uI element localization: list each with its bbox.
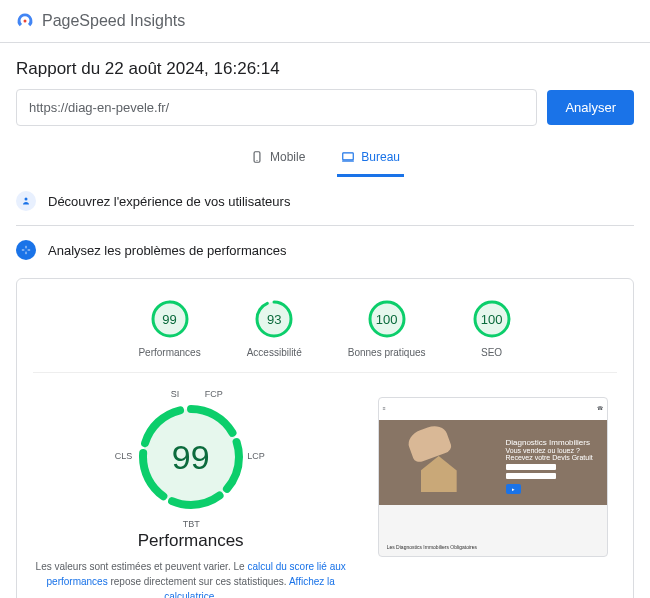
ss-hero-sub2: Recevez votre Devis Gratuit	[506, 454, 593, 461]
perf-right: ≡☎ Diagnostics Immobiliers Vous vendez o…	[368, 387, 617, 598]
perf-title: Performances	[138, 531, 244, 551]
perf-left: 99 SI FCP LCP TBT CLS Performances Les v…	[33, 387, 348, 598]
psi-logo-icon	[16, 12, 34, 30]
section-analyze: Analysez les problèmes de performances	[0, 226, 650, 274]
ss-bottom-text: Les Diagnostics Immobiliers Obligatoires	[387, 544, 477, 550]
section-analyze-title: Analysez les problèmes de performances	[48, 243, 286, 258]
gauge-seo[interactable]: 100 SEO	[472, 299, 512, 358]
tab-mobile[interactable]: Mobile	[246, 142, 309, 177]
perf-detail-row: 99 SI FCP LCP TBT CLS Performances Les v…	[33, 372, 617, 598]
gauge-bonnes-pratiques[interactable]: 100 Bonnes pratiques	[348, 299, 426, 358]
performance-card: 99 Performances 93 Accessibilité 100 Bon…	[16, 278, 634, 598]
gauges-row: 99 Performances 93 Accessibilité 100 Bon…	[33, 295, 617, 372]
svg-point-2	[256, 160, 257, 161]
metric-fcp: FCP	[205, 389, 223, 399]
gauge-circle: 100	[472, 299, 512, 339]
gauge-accessibilite[interactable]: 93 Accessibilité	[247, 299, 302, 358]
url-input[interactable]	[16, 89, 537, 126]
big-gauge: 99 SI FCP LCP TBT CLS	[121, 387, 261, 527]
app-header: PageSpeed Insights	[0, 0, 650, 43]
gauge-circle: 99	[150, 299, 190, 339]
ss-hero-title: Diagnostics Immobiliers	[506, 438, 593, 447]
section-discover-title: Découvrez l'expérience de vos utilisateu…	[48, 194, 290, 209]
tab-desktop[interactable]: Bureau	[337, 142, 404, 177]
ss-header: ≡☎	[383, 400, 603, 416]
analyze-button[interactable]: Analyser	[547, 90, 634, 125]
svg-point-0	[24, 20, 27, 23]
page-screenshot: ≡☎ Diagnostics Immobiliers Vous vendez o…	[378, 397, 608, 557]
url-row: Analyser	[0, 89, 650, 142]
ss-hand	[405, 422, 453, 464]
ss-cta: ▸	[506, 484, 521, 494]
gauge-circle: 93	[254, 299, 294, 339]
ss-hero-sub1: Vous vendez ou louez ?	[506, 447, 593, 454]
gauge-score: 100	[367, 299, 407, 339]
perf-desc-text2: repose directement sur ces statistiques.	[108, 576, 289, 587]
metric-si: SI	[171, 389, 180, 399]
gauge-label: Performances	[138, 347, 200, 358]
perf-desc-text3: .	[214, 591, 217, 598]
gauge-label: SEO	[481, 347, 502, 358]
ss-hero: Diagnostics Immobiliers Vous vendez ou l…	[506, 438, 593, 494]
users-icon	[16, 191, 36, 211]
gauge-label: Accessibilité	[247, 347, 302, 358]
desktop-icon	[341, 150, 355, 164]
report-title: Rapport du 22 août 2024, 16:26:14	[0, 43, 650, 89]
tab-desktop-label: Bureau	[361, 150, 400, 164]
svg-rect-3	[343, 153, 354, 160]
svg-point-4	[25, 198, 28, 201]
gauge-label: Bonnes pratiques	[348, 347, 426, 358]
big-gauge-score: 99	[121, 387, 261, 527]
app-title: PageSpeed Insights	[42, 12, 185, 30]
perf-desc-text: Les valeurs sont estimées et peuvent var…	[36, 561, 248, 572]
gauge-circle: 100	[367, 299, 407, 339]
gauge-score: 93	[254, 299, 294, 339]
section-discover: Découvrez l'expérience de vos utilisateu…	[0, 177, 650, 225]
mobile-icon	[250, 150, 264, 164]
metric-tbt: TBT	[183, 519, 200, 529]
device-tabs: Mobile Bureau	[0, 142, 650, 177]
gauge-performances[interactable]: 99 Performances	[138, 299, 200, 358]
perf-desc: Les valeurs sont estimées et peuvent var…	[33, 559, 348, 598]
metric-cls: CLS	[115, 451, 133, 461]
tab-mobile-label: Mobile	[270, 150, 305, 164]
ss-house	[421, 456, 457, 492]
metric-lcp: LCP	[247, 451, 265, 461]
gauge-score: 99	[150, 299, 190, 339]
gauge-score: 100	[472, 299, 512, 339]
diagnose-icon	[16, 240, 36, 260]
